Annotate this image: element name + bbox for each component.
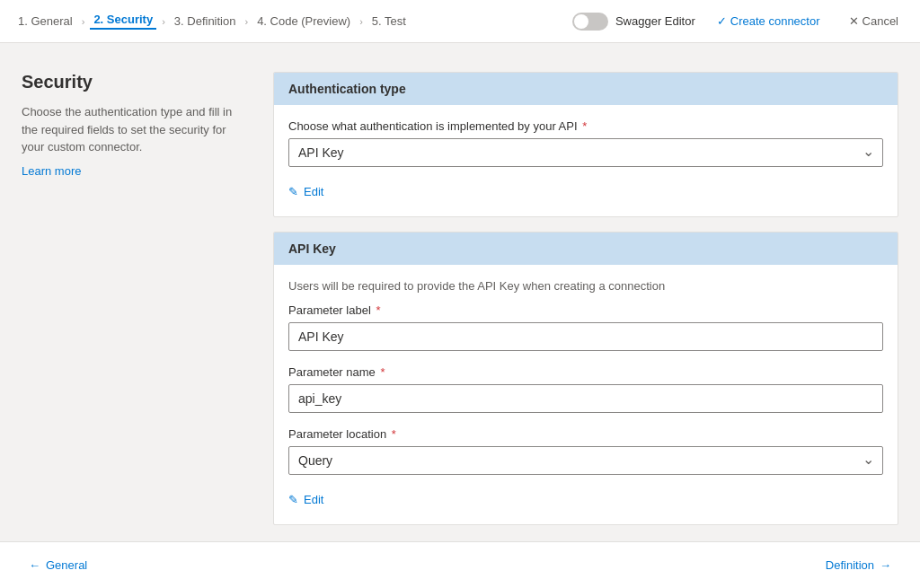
section-description: Choose the authentication type and fill … (22, 103, 244, 156)
auth-edit-button[interactable]: ✎ Edit (288, 181, 323, 202)
right-panel: Authentication type Choose what authenti… (273, 72, 898, 525)
nav-actions: Swagger Editor ✓ Create connector ✕ Canc… (572, 11, 906, 31)
toggle-switch[interactable] (572, 13, 608, 31)
x-icon: ✕ (849, 14, 859, 28)
content-area: Security Choose the authentication type … (0, 43, 920, 588)
forward-button[interactable]: Definition → (818, 555, 898, 575)
param-location-required: * (392, 427, 396, 441)
arrow-right-icon: → (880, 558, 891, 572)
check-icon: ✓ (717, 14, 727, 28)
parameter-name-input[interactable] (288, 384, 883, 413)
chevron-icon-1: › (82, 16, 85, 27)
auth-select-required: * (582, 119, 587, 133)
section-title: Security (22, 72, 244, 92)
nav-step-code[interactable]: 4. Code (Preview) (253, 14, 354, 28)
auth-type-card-header: Authentication type (274, 73, 898, 105)
parameter-label-label: Parameter label * (288, 303, 883, 317)
api-key-edit-button[interactable]: ✎ Edit (288, 489, 323, 510)
nav-step-definition[interactable]: 3. Definition (171, 14, 240, 28)
nav-step-test[interactable]: 5. Test (368, 14, 410, 28)
api-key-card-header: API Key (274, 233, 898, 265)
api-key-description: Users will be required to provide the AP… (288, 279, 883, 293)
parameter-label-group: Parameter label * (288, 303, 883, 351)
nav-step-general[interactable]: 1. General (14, 14, 76, 28)
api-key-card-body: Users will be required to provide the AP… (274, 265, 898, 524)
bottom-nav: ← General Definition → (0, 541, 920, 588)
param-label-required: * (376, 303, 380, 317)
auth-type-select[interactable]: No authentication API Key OAuth 2.0 Wind… (288, 138, 883, 167)
cancel-button[interactable]: ✕ Cancel (842, 11, 906, 31)
parameter-location-label: Parameter location * (288, 427, 883, 441)
pencil-icon-auth: ✎ (288, 185, 298, 198)
arrow-left-icon: ← (29, 558, 40, 572)
create-connector-button[interactable]: ✓ Create connector (710, 11, 827, 31)
auth-select-label: Choose what authentication is implemente… (288, 119, 883, 133)
swagger-editor-toggle[interactable]: Swagger Editor (572, 13, 695, 31)
parameter-name-group: Parameter name * (288, 365, 883, 413)
back-button[interactable]: ← General (22, 555, 94, 575)
chevron-icon-3: › (244, 16, 248, 27)
parameter-location-select[interactable]: Query Header (288, 446, 883, 475)
parameter-name-label: Parameter name * (288, 365, 883, 379)
nav-step-security[interactable]: 2. Security (90, 13, 156, 30)
auth-select-group: Choose what authentication is implemente… (288, 119, 883, 167)
main-content: Security Choose the authentication type … (0, 43, 920, 554)
learn-more-link[interactable]: Learn more (22, 164, 81, 178)
parameter-location-group: Parameter location * Query Header (288, 427, 883, 475)
auth-type-card-body: Choose what authentication is implemente… (274, 105, 898, 216)
top-nav: 1. General › 2. Security › 3. Definition… (0, 0, 920, 43)
param-name-required: * (380, 365, 385, 379)
parameter-label-input[interactable] (288, 322, 883, 351)
parameter-location-wrapper: Query Header (288, 446, 883, 475)
chevron-icon-2: › (162, 16, 165, 27)
left-panel: Security Choose the authentication type … (22, 72, 273, 525)
auth-select-wrapper: No authentication API Key OAuth 2.0 Wind… (288, 138, 883, 167)
pencil-icon-api: ✎ (288, 493, 298, 506)
auth-type-card: Authentication type Choose what authenti… (273, 72, 898, 217)
api-key-card: API Key Users will be required to provid… (273, 232, 898, 525)
chevron-icon-4: › (359, 16, 363, 27)
nav-steps: 1. General › 2. Security › 3. Definition… (14, 13, 572, 30)
